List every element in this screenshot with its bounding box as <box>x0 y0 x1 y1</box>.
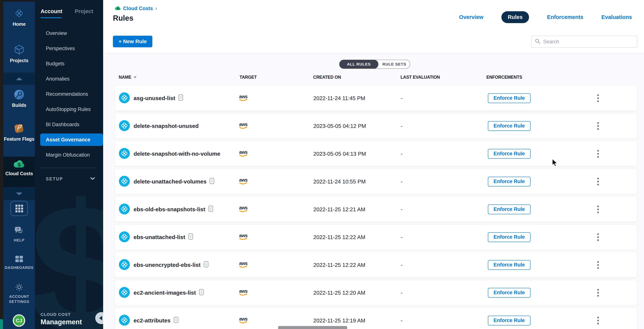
table-row[interactable]: ec2-ancient-images-list aws 2022-11-25 1… <box>114 280 637 305</box>
aws-logo: aws <box>238 316 249 326</box>
collapse-nav-button[interactable] <box>95 312 103 324</box>
enforce-rule-button[interactable]: Enforce Rule <box>488 288 530 298</box>
copy-icon[interactable] <box>204 261 208 269</box>
sidebar-item-cloud-costs[interactable]: $ Cloud Costs <box>4 160 35 176</box>
nav-item-recommendations[interactable]: Recommendations <box>35 87 103 102</box>
sidebar-scroll-down[interactable] <box>4 187 35 200</box>
tab-overview[interactable]: Overview <box>459 14 484 20</box>
table-row[interactable]: delete-snapshot-unused aws 2023-05-05 04… <box>114 113 637 139</box>
created-on-cell: 2022-11-24 10:55 PM <box>313 178 366 185</box>
toggle-rule-sets[interactable]: RULE SETS <box>378 60 410 69</box>
sidebar-item-builds[interactable]: Builds <box>4 89 35 108</box>
tab-rules[interactable]: Rules <box>502 11 529 23</box>
rule-name: ec2-attributes <box>134 317 170 324</box>
last-evaluation-cell: - <box>401 317 402 324</box>
nav-item-budgets[interactable]: Budgets <box>35 56 103 71</box>
sidebar-item-home[interactable]: Home <box>4 8 35 27</box>
window-edge <box>0 0 4 329</box>
row-menu-button[interactable] <box>596 121 600 131</box>
cloud-costs-nav-panel: $ Account Project OverviewPerspectivesBu… <box>35 0 103 329</box>
sidebar-item-label: DASHBOARDS <box>5 265 34 270</box>
sidebar-item-account-settings[interactable]: ACCOUNT SETTINGS <box>4 283 35 304</box>
table-row[interactable]: ebs-unattached-list aws 2022-11-25 12:22… <box>114 224 637 250</box>
svg-text:aws: aws <box>239 261 248 266</box>
enforce-rule-button[interactable]: Enforce Rule <box>488 121 530 131</box>
sidebar-item-feature-flags[interactable]: Feature Flags <box>4 123 35 142</box>
copy-icon[interactable] <box>174 317 178 324</box>
row-menu-button[interactable] <box>596 176 600 187</box>
enforce-rule-button[interactable]: Enforce Rule <box>488 93 530 103</box>
rule-name: delete-snapshot-with-no-volume <box>134 151 220 157</box>
table-row[interactable]: delete-unattached-volumes aws 2022-11-24… <box>114 169 637 194</box>
rule-name: ebs-unattached-list <box>134 234 185 240</box>
enforce-rule-button[interactable]: Enforce Rule <box>488 149 530 159</box>
created-on-cell: 2022-11-25 12:19 AM <box>313 317 366 324</box>
nav-item-anomalies[interactable]: Anomalies <box>35 71 103 87</box>
setup-label: SETUP <box>46 177 63 182</box>
breadcrumb-cloud-costs-link[interactable]: Cloud Costs <box>123 6 153 11</box>
dollar-watermark: $ <box>35 177 103 329</box>
tab-project[interactable]: Project <box>75 8 93 14</box>
copy-icon[interactable] <box>188 233 193 241</box>
table-row[interactable]: ebs-unencrypted-ebs-list aws 2022-11-25 … <box>114 252 637 278</box>
aws-logo: aws <box>238 149 249 159</box>
sidebar-item-dashboards[interactable]: DASHBOARDS <box>4 255 35 270</box>
row-menu-button[interactable] <box>596 148 600 159</box>
copy-icon[interactable] <box>210 178 214 185</box>
row-menu-button[interactable] <box>596 232 600 242</box>
table-row[interactable]: ec2-attributes aws 2022-11-25 12:19 AM -… <box>114 308 637 329</box>
nav-item-bi-dashboards[interactable]: BI Dashboards <box>35 117 103 132</box>
enforce-cell: Enforce Rule <box>488 205 530 214</box>
nav-item-overview[interactable]: Overview <box>35 26 103 41</box>
module-sidebar: Home Projects Builds Feature Flags <box>4 1 35 329</box>
toggle-all-rules[interactable]: ALL RULES <box>339 60 378 69</box>
sidebar-item-projects[interactable]: Projects <box>4 44 35 63</box>
enforce-rule-button[interactable]: Enforce Rule <box>488 177 530 186</box>
created-on-cell: 2022-11-24 11:45 PM <box>313 95 365 101</box>
row-menu-button[interactable] <box>596 287 600 298</box>
column-header-last-evaluation: LAST EVALUATION <box>400 75 440 80</box>
rule-name-cell: ebs-unattached-list <box>134 233 193 241</box>
column-header-name[interactable]: NAME <box>119 75 136 80</box>
enforce-rule-button[interactable]: Enforce Rule <box>488 205 530 214</box>
nav-item-asset-governance[interactable]: Asset Governance <box>40 133 103 146</box>
enforce-rule-button[interactable]: Enforce Rule <box>488 260 530 270</box>
nav-menu: OverviewPerspectivesBudgetsAnomaliesReco… <box>35 26 103 163</box>
header-tabs: OverviewRulesEnforcementsEvaluations <box>459 11 632 23</box>
tab-evaluations[interactable]: Evaluations <box>601 14 632 20</box>
search-icon <box>535 38 540 45</box>
user-avatar[interactable]: CJ <box>13 314 25 327</box>
sidebar-scroll-up[interactable] <box>4 72 35 85</box>
copy-icon[interactable] <box>178 94 183 102</box>
table-row[interactable]: ebs-old-ebs-snapshots-list aws 2022-11-2… <box>114 197 637 222</box>
enforce-cell: Enforce Rule <box>488 232 530 242</box>
module-switcher-button[interactable] <box>10 201 28 216</box>
sidebar-item-help[interactable]: ? HELP <box>4 227 35 243</box>
table-row[interactable]: asg-unused-list aws 2022-11-24 11:45 PM … <box>114 85 637 111</box>
nav-item-margin-obfuscation[interactable]: Margin Obfuscation <box>35 147 103 163</box>
table-row[interactable]: delete-snapshot-with-no-volume aws 2023-… <box>114 141 637 166</box>
row-menu-button[interactable] <box>596 260 600 270</box>
rule-icon <box>119 176 130 187</box>
tab-account[interactable]: Account <box>40 8 62 14</box>
copy-icon[interactable] <box>208 205 213 213</box>
tab-enforcements[interactable]: Enforcements <box>547 14 583 20</box>
setup-section-toggle[interactable]: SETUP <box>35 174 103 184</box>
search-input[interactable] <box>543 39 634 45</box>
row-menu-button[interactable] <box>596 93 600 103</box>
row-menu-button[interactable] <box>596 204 600 215</box>
builds-icon <box>14 89 24 101</box>
enforce-rule-button[interactable]: Enforce Rule <box>488 316 530 326</box>
nav-item-perspectives[interactable]: Perspectives <box>35 41 103 56</box>
enforce-cell: Enforce Rule <box>488 316 530 326</box>
new-rule-button[interactable]: + New Rule <box>113 36 152 47</box>
last-evaluation-cell: - <box>401 151 402 157</box>
copy-icon[interactable] <box>199 289 204 297</box>
nav-item-autostopping-rules[interactable]: AutoStopping Rules <box>35 102 103 117</box>
rule-icon <box>119 287 130 299</box>
enforce-rule-button[interactable]: Enforce Rule <box>488 232 530 242</box>
created-on-cell: 2023-05-05 04:12 PM <box>313 123 366 129</box>
aws-logo: aws <box>238 93 249 103</box>
row-menu-button[interactable] <box>596 315 600 326</box>
svg-text:aws: aws <box>239 205 248 210</box>
